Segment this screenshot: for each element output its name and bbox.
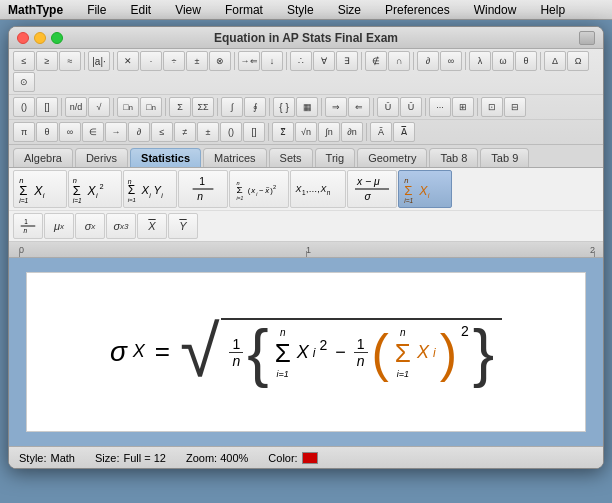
sym-sum-xi2[interactable]: n Σ i=1 X i 2 (68, 170, 122, 208)
resize-handle[interactable] (579, 31, 595, 45)
cdot-btn[interactable]: · (140, 51, 162, 71)
misc1-btn[interactable]: ⊡ (481, 97, 503, 117)
minimize-button[interactable] (34, 32, 46, 44)
lambda-btn[interactable]: λ (469, 51, 491, 71)
grid-btn[interactable]: ⊞ (452, 97, 474, 117)
in-btn[interactable]: ∈ (82, 122, 104, 142)
s5-btn[interactable]: Ã (370, 122, 392, 142)
sym-1-n-small[interactable]: 1 n (13, 213, 43, 239)
leq-btn[interactable]: ≤ (13, 51, 35, 71)
to-btn[interactable]: → (105, 122, 127, 142)
div-btn[interactable]: ÷ (163, 51, 185, 71)
forall-btn[interactable]: ∀ (313, 51, 335, 71)
theta-btn[interactable]: θ (36, 122, 58, 142)
sym-sum-xi[interactable]: n Σ i=1 X i (13, 170, 67, 208)
sup-btn[interactable]: □n (140, 97, 162, 117)
theta2-btn[interactable]: θ (515, 51, 537, 71)
sym-sum-xiyi[interactable]: n Σ i=1 X i Y i (123, 170, 177, 208)
misc2-btn[interactable]: ⊟ (504, 97, 526, 117)
approx-btn[interactable]: ≈ (59, 51, 81, 71)
pm2-btn[interactable]: ± (197, 122, 219, 142)
menu-help[interactable]: Help (536, 2, 569, 18)
tab-algebra[interactable]: Algebra (13, 148, 73, 167)
tab-matrices[interactable]: Matrices (203, 148, 267, 167)
tab-trig[interactable]: Trig (315, 148, 356, 167)
cross-btn[interactable]: ✕ (117, 51, 139, 71)
sym-sigma[interactable]: σx (75, 213, 105, 239)
s3-btn[interactable]: ∫n (318, 122, 340, 142)
s2-btn[interactable]: √n (295, 122, 317, 142)
sum1-btn[interactable]: Σ (169, 97, 191, 117)
sym-sum-deviation[interactable]: n Σ i=1 ( x i − − x ) 2 (229, 170, 289, 208)
ubar-btn[interactable]: Ū (377, 97, 399, 117)
tab-tab8[interactable]: Tab 8 (429, 148, 478, 167)
svg-text:(: ( (248, 186, 251, 195)
because-btn[interactable]: ∴ (290, 51, 312, 71)
int-btn[interactable]: ∫ (221, 97, 243, 117)
sum2-btn[interactable]: ΣΣ (192, 97, 214, 117)
dots-btn[interactable]: ⊙ (13, 72, 35, 92)
arrow3-btn[interactable]: ⇐ (348, 97, 370, 117)
infty-btn[interactable]: ∞ (59, 122, 81, 142)
oint-btn[interactable]: ∮ (244, 97, 266, 117)
otimes-btn[interactable]: ⊗ (209, 51, 231, 71)
arrow2-btn[interactable]: ⇒ (325, 97, 347, 117)
tab-derivs[interactable]: Derivs (75, 148, 128, 167)
menu-edit[interactable]: Edit (126, 2, 155, 18)
tab-geometry[interactable]: Geometry (357, 148, 427, 167)
menu-view[interactable]: View (171, 2, 205, 18)
matrix-btn[interactable]: ▦ (296, 97, 318, 117)
brace1-btn[interactable]: { } (273, 97, 295, 117)
ooo-btn[interactable]: ··· (429, 97, 451, 117)
sym-sum-xi-active[interactable]: n Σ i=1 X i (398, 170, 452, 208)
overset-btn[interactable]: Û (400, 97, 422, 117)
s4-btn[interactable]: ∂n (341, 122, 363, 142)
inf-btn[interactable]: ∞ (440, 51, 462, 71)
tab-tab9[interactable]: Tab 9 (480, 148, 529, 167)
bracket2-btn[interactable]: [] (243, 122, 265, 142)
menu-format[interactable]: Format (221, 2, 267, 18)
del-btn[interactable]: ∂ (128, 122, 150, 142)
leq2-btn[interactable]: ≤ (151, 122, 173, 142)
color-swatch[interactable] (302, 452, 318, 464)
close-button[interactable] (17, 32, 29, 44)
sym-ybar[interactable]: Y (168, 213, 198, 239)
equation-canvas[interactable]: σ X = √ 1 n { n Σ (9, 258, 603, 446)
s1-btn[interactable]: Σ̃ (272, 122, 294, 142)
Omega-btn[interactable]: Ω (567, 51, 589, 71)
bracket1-btn[interactable]: [] (36, 97, 58, 117)
maximize-button[interactable] (51, 32, 63, 44)
menu-window[interactable]: Window (470, 2, 521, 18)
notin-btn[interactable]: ∉ (365, 51, 387, 71)
partial-btn[interactable]: ∂ (417, 51, 439, 71)
pi-btn[interactable]: π (13, 122, 35, 142)
delta-btn[interactable]: Δ (544, 51, 566, 71)
abs-btn[interactable]: |a|· (88, 51, 110, 71)
geq-btn[interactable]: ≥ (36, 51, 58, 71)
cap-btn[interactable]: ∩ (388, 51, 410, 71)
paren1-btn[interactable]: () (13, 97, 35, 117)
sqrt1-btn[interactable]: √ (88, 97, 110, 117)
sym-xbar[interactable]: X (137, 213, 167, 239)
frac1-btn[interactable]: n/d (65, 97, 87, 117)
menu-file[interactable]: File (83, 2, 110, 18)
tab-statistics[interactable]: Statistics (130, 148, 201, 167)
tab-sets[interactable]: Sets (269, 148, 313, 167)
sym-mu[interactable]: μx (44, 213, 74, 239)
menu-style[interactable]: Style (283, 2, 318, 18)
arrow-lr-btn[interactable]: →⇐ (238, 51, 260, 71)
omega-btn[interactable]: ω (492, 51, 514, 71)
sym-sigma3[interactable]: σx3 (106, 213, 136, 239)
menu-preferences[interactable]: Preferences (381, 2, 454, 18)
pm-btn[interactable]: ± (186, 51, 208, 71)
s6-btn[interactable]: A̅ (393, 122, 415, 142)
neq-btn[interactable]: ≠ (174, 122, 196, 142)
sym-x-ellipsis[interactable]: X 1 ,…, X n (290, 170, 346, 208)
sym-1-n[interactable]: 1 n (178, 170, 228, 208)
darrow-btn[interactable]: ↓ (261, 51, 283, 71)
exists-btn[interactable]: ∃ (336, 51, 358, 71)
paren2-btn[interactable]: () (220, 122, 242, 142)
sub-btn[interactable]: □n (117, 97, 139, 117)
sym-z-score[interactable]: x − μ σ (347, 170, 397, 208)
menu-size[interactable]: Size (334, 2, 365, 18)
